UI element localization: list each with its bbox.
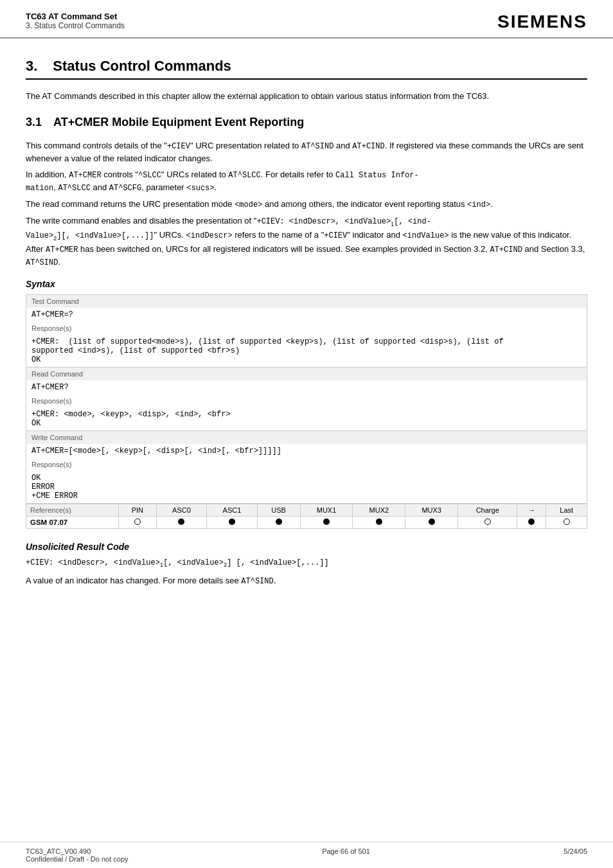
footer-date: 5/24/05 [564, 847, 587, 863]
read-command-label: Read Command [26, 368, 587, 381]
ref-ind-arrow [517, 517, 546, 529]
section-intro: The AT Commands described in this chapte… [26, 90, 587, 103]
circle-empty-pin [134, 518, 141, 525]
header-left: TC63 AT Command Set 3. Status Control Co… [26, 12, 125, 30]
ref-ind-mux2 [353, 517, 405, 529]
page: TC63 AT Command Set 3. Status Control Co… [0, 0, 613, 868]
subsection-title: AT+CMER Mobile Equipment Event Reporting [53, 116, 304, 129]
write-response-text: OK ERROR +CME ERROR [26, 471, 587, 504]
ref-col-charge: Charge [458, 504, 517, 517]
footer-doc-id: TC63_ATC_V00.490 [26, 847, 129, 855]
circle-filled-asc1 [229, 518, 235, 525]
circle-empty-charge [484, 518, 491, 525]
header-title: TC63 AT Command Set [26, 12, 125, 21]
circle-filled-arrow [528, 518, 535, 525]
ref-col-last: Last [546, 504, 587, 517]
circle-filled-mux3 [429, 518, 435, 525]
write-command-label: Write Command [26, 431, 587, 445]
ref-ind-mux3 [405, 517, 458, 529]
section-title: Status Control Commands [53, 58, 231, 75]
section-intro-text: The AT Commands described in this chapte… [26, 90, 587, 103]
ref-ind-usb [257, 517, 300, 529]
footer-confidential: Confidential / Draft - Do not copy [26, 855, 129, 863]
circle-filled-mux1 [323, 518, 330, 525]
page-header: TC63 AT Command Set 3. Status Control Co… [0, 0, 613, 39]
reference-table: Reference(s) PIN ASC0 ASC1 USB MUX1 MUX2… [26, 504, 587, 529]
urc-description: A value of an indicator has changed. For… [26, 574, 587, 587]
syntax-table: Test Command AT+CMER=? Response(s) +CMER… [26, 294, 587, 504]
desc-p3: The read command returns the URC present… [26, 198, 587, 211]
ref-col-mux3: MUX3 [405, 504, 458, 517]
read-response-label: Response(s) [26, 394, 587, 407]
read-response-text: +CMER: <mode>, <keyp>, <disp>, <ind>, <b… [26, 407, 587, 431]
section-heading: 3. Status Control Commands [26, 58, 587, 80]
urc-heading: Unsolicited Result Code [26, 542, 587, 552]
ref-ind-last [546, 517, 587, 529]
subsection-heading: 3.1 AT+CMER Mobile Equipment Event Repor… [26, 116, 587, 132]
ref-ind-asc0 [156, 517, 206, 529]
ref-col-pin: PIN [118, 504, 156, 517]
main-content: 3. Status Control Commands The AT Comman… [0, 39, 613, 842]
footer-left: TC63_ATC_V00.490 Confidential / Draft - … [26, 847, 129, 863]
test-response-text: +CMER: (list of supported<mode>s), (list… [26, 335, 587, 368]
ref-ind-mux1 [300, 517, 353, 529]
circle-filled-asc0 [178, 518, 184, 525]
urc-code: +CIEV: <indDescr>, <indValue>1[, <indVal… [26, 557, 587, 571]
header-logo: SIEMENS [497, 12, 587, 32]
circle-empty-last [564, 518, 570, 525]
test-command-label: Test Command [26, 295, 587, 308]
circle-filled-usb [276, 518, 282, 525]
ref-col-mux2: MUX2 [353, 504, 405, 517]
ref-ind-asc1 [207, 517, 257, 529]
circle-filled-mux2 [376, 518, 382, 525]
ref-value: GSM 07.07 [26, 517, 119, 529]
ref-col-mux1: MUX1 [300, 504, 353, 517]
ref-ind-charge [458, 517, 517, 529]
desc-p4: The write command enables and disables t… [26, 215, 587, 269]
page-footer: TC63_ATC_V00.490 Confidential / Draft - … [0, 842, 613, 868]
write-response-label: Response(s) [26, 458, 587, 471]
ref-col-usb: USB [257, 504, 300, 517]
subsection-number: 3.1 [26, 116, 42, 129]
ref-col-arrow: → [517, 504, 546, 517]
desc-p1: This command controls details of the "+C… [26, 139, 587, 165]
section-number: 3. [26, 58, 37, 75]
test-response-label: Response(s) [26, 322, 587, 335]
ref-header-label: Reference(s) [26, 504, 119, 517]
write-command-code: AT+CMER=[<mode>[, <keyp>[, <disp>[, <ind… [26, 444, 587, 458]
header-subtitle: 3. Status Control Commands [26, 21, 125, 30]
ref-col-asc0: ASC0 [156, 504, 206, 517]
desc-p2: In addition, AT+CMER controls "^SLCC" UR… [26, 168, 587, 194]
ref-ind-pin [118, 517, 156, 529]
test-command-code: AT+CMER=? [26, 308, 587, 322]
ref-col-asc1: ASC1 [207, 504, 257, 517]
read-command-code: AT+CMER? [26, 380, 587, 394]
footer-page: Page 66 of 501 [322, 847, 370, 863]
syntax-heading: Syntax [26, 279, 587, 289]
